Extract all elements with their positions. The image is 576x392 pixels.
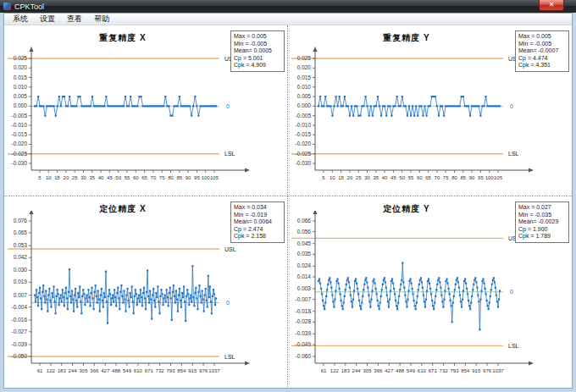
svg-text:671: 671 (429, 368, 438, 373)
svg-text:732: 732 (440, 368, 449, 373)
chart-panel-repeat-x: 重复精度 X Max = 0.005 Min = -0.005 Mean= 0.… (4, 25, 288, 196)
svg-text:LSL: LSL (224, 354, 235, 360)
svg-text:65: 65 (425, 175, 431, 180)
svg-text:USL: USL (224, 246, 236, 252)
svg-text:0: 0 (226, 300, 230, 306)
stat-min: Min = -0.035 (518, 212, 566, 219)
svg-text:75: 75 (443, 175, 449, 180)
svg-text:854: 854 (177, 368, 186, 373)
svg-text:55: 55 (125, 175, 130, 180)
svg-text:610: 610 (134, 368, 143, 373)
svg-text:366: 366 (374, 368, 383, 373)
svg-text:-0.020: -0.020 (12, 141, 28, 146)
svg-text:-0.016: -0.016 (12, 317, 28, 323)
svg-text:305: 305 (79, 368, 88, 373)
svg-text:0.000: 0.000 (14, 102, 28, 108)
svg-text:80: 80 (451, 175, 457, 180)
svg-text:488: 488 (112, 368, 121, 373)
svg-text:-0.010: -0.010 (12, 122, 28, 128)
svg-text:5: 5 (38, 175, 42, 180)
stat-cpk: Cpk = 1.789 (518, 233, 566, 240)
svg-text:0.065: 0.065 (14, 229, 28, 235)
svg-text:-0.025: -0.025 (296, 151, 312, 157)
svg-text:0.020: 0.020 (297, 64, 312, 70)
stat-cpk: Cpk = 4.351 (518, 62, 566, 69)
svg-text:0.035: 0.035 (297, 251, 312, 257)
stats-box-repeat-y: Max = 0.005 Min = -0.005 Mean= -0.0007 C… (515, 30, 569, 72)
close-button[interactable]: ✕ (539, 0, 564, 11)
svg-text:30: 30 (80, 175, 86, 180)
svg-text:LSL: LSL (508, 343, 519, 349)
svg-text:0.000: 0.000 (297, 102, 312, 108)
menu-bar: 系统 设置 查看 帮助 (4, 14, 572, 25)
svg-text:915: 915 (472, 368, 481, 373)
svg-text:793: 793 (166, 368, 175, 373)
svg-text:427: 427 (101, 368, 110, 373)
svg-text:90: 90 (469, 175, 475, 180)
svg-text:0: 0 (226, 103, 230, 109)
app-icon (3, 3, 11, 10)
svg-text:0.003: 0.003 (297, 285, 312, 291)
svg-text:-0.050: -0.050 (12, 353, 28, 359)
stats-box-position-y: Max = 0.027 Min = -0.035 Mean= -0.0029 C… (515, 202, 569, 243)
svg-text:0.024: 0.024 (297, 262, 312, 268)
svg-text:0.053: 0.053 (14, 242, 28, 248)
stat-min: Min = -0.019 (234, 212, 281, 219)
svg-text:70: 70 (151, 175, 157, 180)
svg-text:183: 183 (58, 368, 67, 373)
menu-item-settings[interactable]: 设置 (34, 13, 61, 25)
svg-text:95: 95 (194, 175, 200, 180)
svg-text:732: 732 (156, 368, 165, 373)
menu-item-system[interactable]: 系统 (7, 13, 34, 25)
svg-text:90: 90 (186, 175, 191, 180)
svg-text:15: 15 (54, 175, 60, 180)
menu-item-help[interactable]: 帮助 (88, 13, 115, 25)
svg-text:0.019: 0.019 (14, 279, 28, 284)
svg-text:0.025: 0.025 (14, 55, 28, 61)
svg-text:-0.004: -0.004 (12, 304, 28, 310)
svg-text:488: 488 (396, 368, 405, 373)
svg-text:-0.020: -0.020 (296, 141, 312, 146)
svg-text:427: 427 (385, 368, 394, 373)
svg-text:-0.060: -0.060 (296, 353, 312, 359)
svg-text:-0.039: -0.039 (12, 341, 28, 347)
window-title: CPKTool (14, 3, 44, 11)
svg-text:915: 915 (188, 368, 197, 373)
svg-text:40: 40 (382, 175, 388, 180)
svg-text:-0.007: -0.007 (296, 296, 312, 302)
title-bar: CPKTool ✕ (0, 0, 576, 13)
svg-text:549: 549 (123, 368, 132, 373)
svg-text:976: 976 (199, 368, 208, 373)
svg-text:20: 20 (64, 175, 69, 180)
svg-text:122: 122 (47, 368, 56, 373)
svg-text:549: 549 (407, 368, 416, 373)
svg-text:0.014: 0.014 (297, 273, 312, 279)
svg-text:60: 60 (417, 175, 423, 180)
chart-panel-position-y: 定位精度 Y Max = 0.027 Min = -0.035 Mean= -0… (288, 196, 572, 387)
svg-text:45: 45 (390, 175, 396, 180)
svg-text:244: 244 (352, 368, 362, 373)
app-window: CPKTool ✕ 系统 设置 查看 帮助 重复精度 X Max = 0.005… (0, 0, 576, 392)
stat-max: Max = 0.027 (518, 204, 566, 212)
svg-text:0.020: 0.020 (14, 64, 28, 70)
svg-text:5: 5 (322, 175, 325, 180)
chart-panel-repeat-y: 重复精度 Y Max = 0.005 Min = -0.005 Mean= -0… (288, 25, 572, 196)
stats-box-repeat-x: Max = 0.005 Min = -0.005 Mean= 0.0005 Cp… (230, 30, 285, 72)
svg-text:854: 854 (461, 368, 470, 373)
chart-panel-position-x: 定位精度 X Max = 0.034 Min = -0.019 Mean= 0.… (4, 196, 288, 387)
svg-text:40: 40 (98, 175, 104, 180)
svg-text:0: 0 (510, 289, 513, 295)
svg-text:50: 50 (115, 175, 121, 180)
stat-mean: Mean= -0.0029 (518, 218, 566, 226)
svg-text:25: 25 (356, 175, 362, 180)
svg-text:0.030: 0.030 (14, 267, 28, 273)
menu-item-view[interactable]: 查看 (61, 13, 88, 25)
svg-text:-0.027: -0.027 (12, 329, 28, 334)
svg-text:75: 75 (159, 175, 165, 180)
svg-text:10: 10 (330, 175, 335, 180)
svg-text:LSL: LSL (224, 151, 235, 157)
stat-mean: Mean= 0.0064 (234, 218, 281, 226)
svg-text:30: 30 (364, 175, 370, 180)
svg-text:35: 35 (373, 175, 379, 180)
stat-cp: Cp = 5.001 (234, 55, 281, 63)
